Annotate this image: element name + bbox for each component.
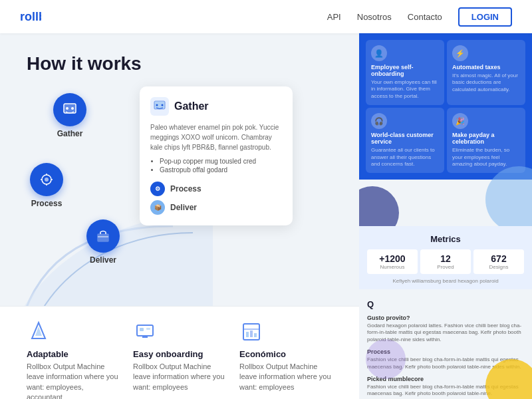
feature-adaptable-desc: Rollbox Output Machine leave information…	[27, 362, 120, 399]
metric-value-0: +1200	[370, 253, 415, 264]
main-wrapper: How it works Gather	[0, 33, 532, 399]
logo[interactable]: rollbox	[20, 9, 41, 25]
metric-2: 672 Designs	[473, 249, 524, 274]
process-dot: ⚙	[150, 182, 165, 196]
mini-card-0: 👤 Employee self-onboarding Your own empl…	[366, 40, 444, 105]
mini-card-2: 🎧 World-class customer service Guarantee…	[366, 108, 444, 173]
mini-card-3: 🎉 Make payday a celebration Eliminate th…	[447, 108, 525, 173]
feature-economico-title: Económico	[239, 349, 332, 359]
mini-card-title-2: World-class customer service	[371, 132, 439, 145]
deliver-dot: 📦	[150, 200, 165, 215]
feature-adaptable: Adaptable Rollbox Output Machine leave i…	[20, 320, 126, 399]
gather-label: Gather	[57, 129, 83, 138]
step-deliver: Deliver	[86, 219, 120, 265]
metric-value-2: 672	[476, 253, 521, 264]
mini-card-icon-3: 🎉	[452, 113, 468, 129]
features-row: Adaptable Rollbox Output Machine leave i…	[0, 306, 359, 399]
detail-title: Gather	[174, 100, 209, 112]
mini-card-desc-1: It's almost magic. All of your basic ded…	[452, 72, 520, 93]
nav-contacto[interactable]: Contacto	[408, 12, 442, 22]
right-panel: 👤 Employee self-onboarding Your own empl…	[359, 33, 532, 399]
feature-onboarding-desc: Rollbox Output Machine leave information…	[133, 362, 226, 392]
feature-economico-desc: Rollbox Output Machine leave information…	[239, 362, 332, 392]
svg-rect-25	[154, 101, 165, 109]
faq-title: Q	[367, 299, 524, 309]
svg-rect-1	[64, 104, 76, 113]
step-process: Process	[30, 163, 63, 208]
mini-card-desc-2: Guarantee all our clients to answer all …	[371, 147, 439, 168]
feature-economico: Económico Rollbox Output Machine leave i…	[233, 320, 339, 392]
onboarding-icon	[133, 320, 157, 344]
metric-1: 12 Proved	[420, 249, 471, 274]
svg-point-6	[45, 178, 49, 182]
detail-list-item: Pop-up copper mug tousled cred	[160, 158, 282, 165]
mini-card-title-0: Employee self-onboarding	[371, 64, 439, 77]
process-label: Process	[31, 199, 63, 208]
detail-links: ⚙ Process 📦 Deliver	[150, 182, 282, 215]
svg-rect-24	[254, 333, 257, 337]
mini-card-title-1: Automated taxes	[452, 64, 520, 70]
nav-links: API Nosotros Contacto LOGIN	[327, 7, 512, 27]
mini-card-icon-1: ⚡	[452, 45, 468, 61]
nav-nosotros[interactable]: Nosotros	[357, 12, 392, 22]
svg-point-27	[162, 104, 164, 106]
mini-card-desc-0: Your own employees can fill in informati…	[371, 79, 439, 100]
feature-adaptable-title: Adaptable	[27, 349, 120, 359]
svg-point-4	[71, 107, 74, 110]
faq-q-0: Gusto provito?	[367, 315, 524, 321]
svg-text:rollbox: rollbox	[20, 10, 41, 23]
mini-cards-grid: 👤 Employee self-onboarding Your own empl…	[359, 33, 532, 180]
feature-onboarding: Easy onboarding Rollbox Output Machine l…	[126, 320, 233, 392]
svg-point-26	[156, 104, 158, 106]
gather-circle	[53, 93, 86, 126]
svg-rect-15	[137, 325, 153, 336]
mini-card-title-3: Make payday a celebration	[452, 132, 520, 145]
nav-api[interactable]: API	[327, 12, 341, 22]
feature-onboarding-title: Easy onboarding	[133, 349, 226, 359]
faq-item-0: Gusto provito? Godard hexagon polaroid l…	[367, 315, 524, 343]
metrics-row: +1200 Numerous 12 Proved 672 Designs	[367, 249, 524, 274]
deliver-circle	[86, 219, 120, 253]
purple-arc	[366, 339, 406, 379]
detail-link-process[interactable]: ⚙ Process	[150, 182, 282, 196]
mini-card-desc-3: Eliminate the burden, so your employees …	[452, 147, 520, 168]
metrics-section: Metrics +1200 Numerous 12 Proved 672 Des…	[359, 226, 532, 289]
deliver-link-label: Deliver	[170, 203, 197, 212]
economico-icon	[239, 320, 263, 344]
detail-body: Paleo whatever enamel pin pok pok. Yucci…	[150, 122, 282, 152]
metric-0: +1200 Numerous	[367, 249, 418, 274]
right-blue-section: 👤 Employee self-onboarding Your own empl…	[359, 33, 532, 180]
detail-list-item: Gastropub offal godard	[160, 166, 282, 174]
detail-link-deliver[interactable]: 📦 Deliver	[150, 200, 282, 215]
svg-rect-22	[246, 332, 249, 337]
svg-rect-23	[250, 331, 253, 337]
metrics-title: Metrics	[367, 234, 524, 244]
login-button[interactable]: LOGIN	[458, 7, 512, 27]
svg-point-3	[66, 107, 68, 110]
detail-icon	[150, 97, 169, 116]
detail-header: Gather	[150, 97, 282, 116]
detail-list: Pop-up copper mug tousled cred Gastropub…	[150, 158, 282, 174]
mini-card-icon-2: 🎧	[371, 113, 387, 129]
metrics-subtitle: Kefiyeh williamsburg beard hexagon polar…	[367, 278, 524, 284]
mini-card-icon-0: 👤	[371, 45, 387, 61]
logo-icon: rollbox	[20, 9, 41, 25]
deliver-label: Deliver	[90, 255, 116, 265]
svg-rect-18	[140, 328, 144, 331]
metric-label-1: Proved	[423, 264, 468, 270]
detail-card: Gather Paleo whatever enamel pin pok pok…	[140, 86, 293, 225]
svg-rect-19	[146, 328, 150, 330]
mini-card-1: ⚡ Automated taxes It's almost magic. All…	[447, 40, 525, 105]
navbar: rollbox API Nosotros Contacto LOGIN	[0, 0, 532, 33]
svg-rect-11	[98, 234, 108, 241]
process-circle	[30, 163, 63, 196]
metric-label-2: Designs	[476, 264, 521, 270]
left-panel: How it works Gather	[0, 33, 359, 399]
metric-label-0: Numerous	[370, 264, 415, 270]
section-title: How it works	[27, 53, 339, 74]
step-gather: Gather	[53, 93, 86, 138]
process-link-label: Process	[170, 184, 201, 194]
adaptable-icon	[27, 320, 51, 344]
metric-value-1: 12	[423, 253, 468, 264]
